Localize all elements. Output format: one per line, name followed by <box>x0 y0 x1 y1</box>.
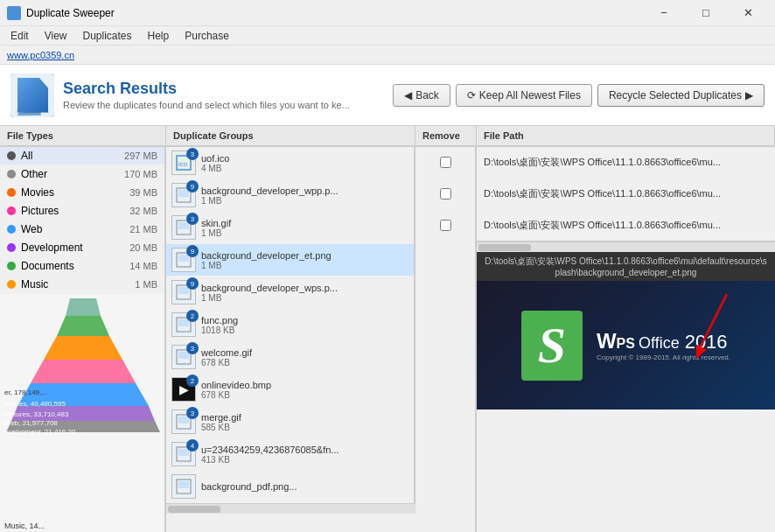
keep-newest-label: Keep All Newest Files <box>479 89 581 102</box>
chart-label-music: Music, 14... <box>4 522 45 530</box>
menu-purchase[interactable]: Purchase <box>178 28 236 44</box>
svg-rect-33 <box>178 327 185 330</box>
list-item[interactable]: background_pdf.png... <box>166 471 414 503</box>
svg-rect-35 <box>178 352 189 359</box>
remove-cell-2[interactable] <box>415 178 475 210</box>
dup-name: background_developer_wps.p... <box>201 283 408 293</box>
svg-rect-45 <box>178 489 185 492</box>
dup-name: background_pdf.png... <box>201 481 408 492</box>
file-type-dot-music <box>7 280 16 289</box>
list-item[interactable]: 4u=234634259,4236876085&fn...413 KB <box>166 438 414 471</box>
preview-image: S W PS Office 2016 Copyright © 1989-2015… <box>477 281 775 410</box>
keep-newest-button[interactable]: ⟳ Keep All Newest Files <box>456 84 592 107</box>
file-path-item: D:\tools\桌面\安装\WPS Office\11.1.0.8663\of… <box>477 147 775 178</box>
list-item[interactable]: ico3uof.ico4 MB <box>166 147 414 179</box>
file-type-item-all[interactable]: All297 MB <box>0 147 164 165</box>
svg-text:Movies, 40,490,595: Movies, 40,490,595 <box>4 400 66 408</box>
window-controls[interactable]: − □ ✕ <box>644 0 768 26</box>
remove-cell-1[interactable] <box>415 147 475 178</box>
recycle-button[interactable]: Recycle Selected Duplicates ▶ <box>597 84 765 107</box>
svg-text:er, 178,149,...: er, 178,149,... <box>4 388 47 396</box>
dup-info: u=234634259,4236876085&fn...413 KB <box>201 444 408 465</box>
preview-path: D:\tools\桌面\安装\WPS Office\11.1.0.8663\of… <box>477 252 775 281</box>
recycle-label: Recycle Selected Duplicates <box>609 89 742 102</box>
menu-duplicates[interactable]: Duplicates <box>75 28 138 44</box>
header-text: Search Results Review the duplicates fou… <box>63 80 350 110</box>
back-label: Back <box>415 89 439 102</box>
file-path-scrollbar-thumb <box>478 244 531 251</box>
dup-count-badge: 9 <box>186 245 199 257</box>
col-header-file-path: File Path <box>477 126 775 145</box>
list-item[interactable]: ▶2onlinevideo.bmp678 KB <box>166 374 414 406</box>
svg-rect-42 <box>178 457 185 459</box>
app-logo <box>10 74 54 117</box>
middle-horizontal-scrollbar[interactable] <box>166 503 415 514</box>
svg-rect-36 <box>178 360 185 362</box>
file-path-list: D:\tools\桌面\安装\WPS Office\11.1.0.8663\of… <box>477 147 775 242</box>
list-item[interactable]: 9background_developer_wpp.p...1 MB <box>166 179 414 212</box>
svg-marker-2 <box>17 78 41 116</box>
wps-brand-w: W <box>597 329 617 354</box>
list-item[interactable]: 2func.png1018 KB <box>166 309 414 341</box>
svg-line-47 <box>701 294 727 346</box>
dup-name: u=234634259,4236876085&fn... <box>201 444 408 455</box>
recycle-icon: ▶ <box>745 89 753 102</box>
file-type-item-movies[interactable]: Movies39 MB <box>0 184 164 202</box>
file-type-size: 14 MB <box>129 261 157 271</box>
remove-checkbox-2[interactable] <box>440 188 451 200</box>
remove-checkbox-3[interactable] <box>440 220 451 231</box>
svg-marker-6 <box>57 316 109 336</box>
dup-size: 678 KB <box>201 390 408 400</box>
file-type-item-music[interactable]: Music1 MB <box>0 276 164 294</box>
dup-thumb: 4 <box>171 442 196 466</box>
file-type-dot-documents <box>7 262 16 270</box>
file-type-list: All297 MBOther170 MBMovies39 MBPictures3… <box>0 147 164 294</box>
dup-count-badge: 3 <box>186 213 199 225</box>
menu-edit[interactable]: Edit <box>3 28 36 44</box>
file-type-item-documents[interactable]: Documents14 MB <box>0 257 164 276</box>
svg-rect-20 <box>178 190 189 197</box>
svg-text:Web, 21,977,708: Web, 21,977,708 <box>4 419 58 427</box>
back-button[interactable]: ◀ Back <box>393 84 450 107</box>
close-button[interactable]: ✕ <box>728 0 768 26</box>
menu-view[interactable]: View <box>38 28 74 44</box>
dup-count-badge: 4 <box>186 439 199 452</box>
file-type-name: Documents <box>21 260 124 272</box>
minimize-button[interactable]: − <box>644 0 684 26</box>
list-item[interactable]: 3skin.gif1 MB <box>166 212 414 244</box>
remove-cell-3[interactable] <box>415 210 475 242</box>
file-type-name: Music <box>21 278 129 290</box>
svg-rect-27 <box>178 262 185 265</box>
list-item[interactable]: 9background_developer_wps.p...1 MB <box>166 276 414 309</box>
file-type-item-development[interactable]: Development20 MB <box>0 239 164 257</box>
file-type-dot-movies <box>7 188 16 197</box>
maximize-button[interactable]: □ <box>686 0 726 26</box>
col-header-file-types: File Types <box>0 126 166 145</box>
file-type-item-web[interactable]: Web21 MB <box>0 220 164 239</box>
remove-checkbox-1[interactable] <box>440 157 451 168</box>
file-type-size: 32 MB <box>129 206 157 216</box>
dup-size: 1 MB <box>201 228 408 238</box>
list-item[interactable]: 9background_developer_et.png1 MB <box>166 244 414 276</box>
file-type-item-other[interactable]: Other170 MB <box>0 165 164 184</box>
file-type-name: Pictures <box>21 205 124 217</box>
menu-help[interactable]: Help <box>141 28 177 44</box>
list-item[interactable]: 3welcome.gif678 KB <box>166 341 414 374</box>
window-title: Duplicate Sweeper <box>26 7 115 19</box>
title-bar: Duplicate Sweeper − □ ✕ <box>0 0 775 26</box>
file-type-item-pictures[interactable]: Pictures32 MB <box>0 202 164 220</box>
dup-name: func.png <box>201 315 408 326</box>
list-item[interactable]: 3merge.gif585 KB <box>166 406 414 438</box>
file-path-scrollbar[interactable] <box>477 242 775 252</box>
file-path-panel: D:\tools\桌面\安装\WPS Office\11.1.0.8663\of… <box>477 147 775 532</box>
file-type-dot-web <box>7 225 16 234</box>
url-link[interactable]: www.pc0359.cn <box>7 50 74 60</box>
dup-size: 678 KB <box>201 358 408 368</box>
wps-brand-ps: PS <box>617 336 635 352</box>
svg-text:Pictures, 33,710,483: Pictures, 33,710,483 <box>4 410 69 418</box>
svg-rect-26 <box>178 255 189 262</box>
dup-info: skin.gif1 MB <box>201 218 408 238</box>
file-type-name: Web <box>21 223 124 235</box>
dup-thumb: 3 <box>171 410 196 434</box>
url-bar: www.pc0359.cn <box>0 46 775 65</box>
